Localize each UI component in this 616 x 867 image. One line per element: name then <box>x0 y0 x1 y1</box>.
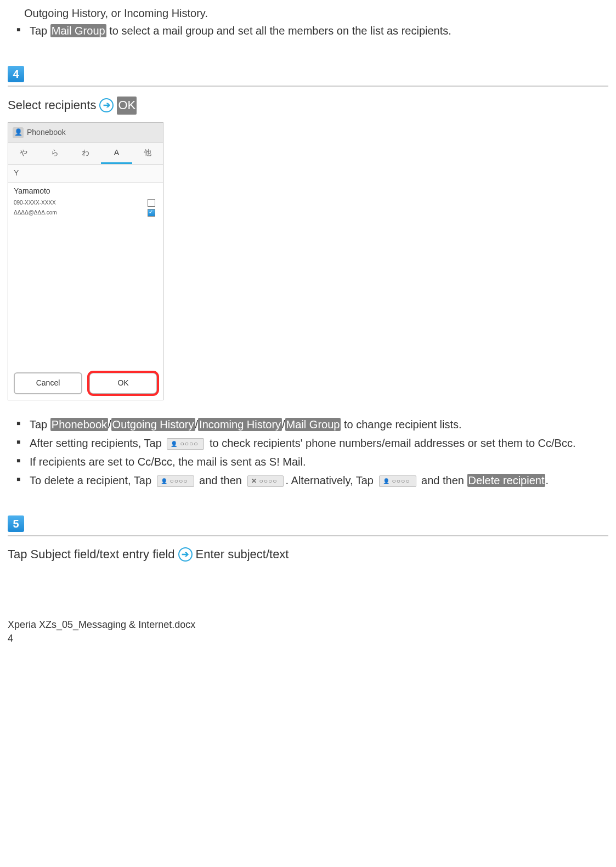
text: After setting recipients, Tap <box>30 437 165 449</box>
prev-line-fragment: Outgoing History, or Incoming History. <box>24 5 608 21</box>
contact-email-row[interactable]: ΔΔΔΔ@ΔΔΔ.com <box>8 208 163 218</box>
bullet-ccbcc-smail: If recipients are set to Cc/Bcc, the mai… <box>16 454 608 469</box>
phone-button-row: Cancel OK <box>8 367 163 400</box>
arrow-icon: ➔ <box>99 98 114 112</box>
pill-delete-recipient: Delete recipient <box>467 474 546 487</box>
tab-ra[interactable]: ら <box>39 143 70 165</box>
tab-other[interactable]: 他 <box>132 143 163 165</box>
tab-wa[interactable]: わ <box>70 143 101 165</box>
text: and then <box>419 474 467 486</box>
contact-email: ΔΔΔΔ@ΔΔΔ.com <box>14 209 57 217</box>
close-icon: ✕ <box>251 477 257 486</box>
text: To delete a recipient, Tap <box>30 474 155 486</box>
recipient-chip-icon: 👤○○○○ <box>157 475 194 487</box>
pill-outgoing-history: Outgoing History <box>111 418 195 431</box>
footer-page-number: 4 <box>8 632 608 645</box>
bullet-mail-group: Tap Mail Group to select a mail group an… <box>16 23 608 38</box>
section-header-y: Y <box>8 165 163 183</box>
text: and then <box>196 474 245 486</box>
checkbox-checked[interactable] <box>148 209 155 217</box>
person-icon: 👤 <box>171 440 178 448</box>
checkbox-unchecked[interactable] <box>148 199 155 207</box>
divider <box>8 535 608 536</box>
pill-mail-group-2: Mail Group <box>285 418 341 431</box>
chip-text: ○○○○ <box>259 477 278 486</box>
tab-ya[interactable]: や <box>8 143 39 165</box>
divider <box>8 86 608 87</box>
person-icon: 👤 <box>161 478 168 485</box>
bullet-change-lists: Tap Phonebook/Outgoing History/Incoming … <box>16 417 608 432</box>
bullet-delete-recipient: To delete a recipient, Tap 👤○○○○ and the… <box>16 473 608 488</box>
mid-bullet-list: Tap Phonebook/Outgoing History/Incoming … <box>8 417 608 488</box>
text: / <box>108 418 111 430</box>
bullet-check-recipients: After setting recipients, Tap 👤○○○○ to c… <box>16 435 608 451</box>
top-bullet-list: Tap Mail Group to select a mail group an… <box>8 23 608 38</box>
text: to change recipient lists. <box>341 418 461 430</box>
phone-screenshot: 👤 Phonebook や ら わ A 他 Y Yamamoto 090-XXX… <box>8 122 163 400</box>
text: / <box>282 418 285 430</box>
pill-phonebook: Phonebook <box>50 418 108 431</box>
step-badge-5: 5 <box>8 515 24 532</box>
pill-ok: OK <box>117 97 137 115</box>
step4-instruction: Select recipients ➔ OK <box>8 97 608 115</box>
ok-button[interactable]: OK <box>89 372 157 394</box>
step-badge-4: 4 <box>8 66 24 82</box>
text: to check recipients' phone numbers/email… <box>206 437 575 449</box>
text: Tap <box>30 25 50 37</box>
pill-incoming-history: Incoming History <box>198 418 282 431</box>
contact-icon: 👤 <box>13 127 24 138</box>
contact-phone: 090-XXXX-XXXX <box>14 199 56 207</box>
chip-text: ○○○○ <box>180 439 198 449</box>
phone-titlebar: 👤 Phonebook <box>8 123 163 143</box>
tab-a[interactable]: A <box>101 143 132 165</box>
step5-instruction: Tap Subject field/text entry field ➔ Ent… <box>8 546 608 563</box>
arrow-icon: ➔ <box>178 547 193 562</box>
text: to select a mail group and set all the m… <box>106 25 451 37</box>
chip-text: ○○○○ <box>392 477 410 486</box>
page-footer: Xperia XZs_05_Messaging & Internet.docx … <box>8 618 608 645</box>
phone-tabs: や ら わ A 他 <box>8 143 163 165</box>
contact-name: Yamamoto <box>8 183 163 198</box>
text: Tap Subject field/text entry field <box>8 546 175 563</box>
phone-title: Phonebook <box>27 127 66 138</box>
chip-text: ○○○○ <box>170 477 188 486</box>
text: Tap <box>30 418 50 430</box>
recipient-chip-icon: 👤○○○○ <box>379 475 416 487</box>
footer-filename: Xperia XZs_05_Messaging & Internet.docx <box>8 618 608 632</box>
text: If recipients are set to Cc/Bcc, the mai… <box>30 456 306 468</box>
text: Select recipients <box>8 97 96 114</box>
recipient-chip-x-icon: ✕○○○○ <box>247 475 284 487</box>
contact-phone-row[interactable]: 090-XXXX-XXXX <box>8 198 163 208</box>
pill-mail-group: Mail Group <box>50 24 106 37</box>
cancel-button[interactable]: Cancel <box>14 372 82 394</box>
person-icon: 👤 <box>383 478 390 485</box>
text: Enter subject/text <box>196 546 289 563</box>
recipient-chip-icon: 👤○○○○ <box>167 438 204 450</box>
text: . Alternatively, Tap <box>286 474 377 486</box>
text: . <box>545 474 549 486</box>
